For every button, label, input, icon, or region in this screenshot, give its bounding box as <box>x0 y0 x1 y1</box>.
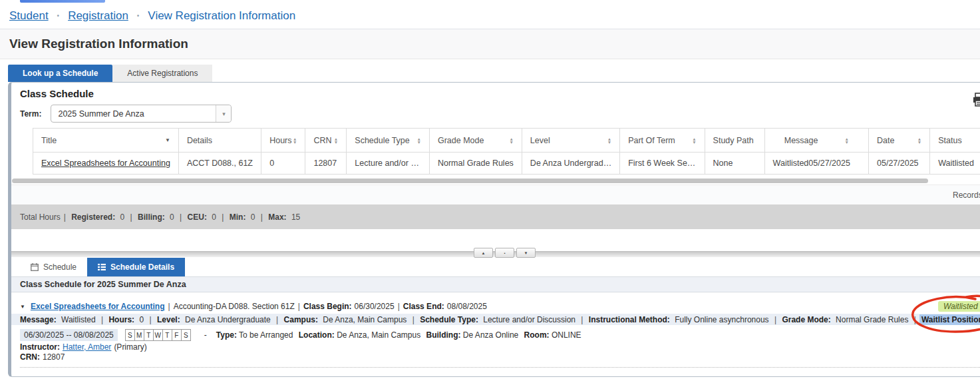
separator: | <box>276 315 278 324</box>
breadcrumb-link[interactable]: Student <box>9 9 49 23</box>
sort-icon <box>917 137 921 144</box>
instructor-suffix: (Primary) <box>114 342 146 352</box>
collapse-arrow-icon[interactable]: ▼ <box>20 304 25 310</box>
crn-value: 12807 <box>43 352 65 362</box>
tab-schedule-label: Schedule <box>43 262 77 272</box>
column-header-label: Status <box>938 136 961 145</box>
schedule-table: Title Details Hours <box>33 128 980 175</box>
top-tabs: Look up a Schedule Active Registrations <box>8 65 212 82</box>
detail-label: Instructional Method: <box>589 315 670 324</box>
meeting-value: To be Arranged <box>239 330 293 340</box>
separator: | <box>261 212 263 222</box>
detail-value: De Anza Undergraduate <box>185 315 271 324</box>
date-range-chip: 06/30/2025 -- 08/08/2025 <box>20 329 118 341</box>
column-header[interactable]: Grade Mode <box>429 129 522 153</box>
detail-label: Schedule Type: <box>420 315 478 324</box>
column-header[interactable]: Title <box>33 129 179 153</box>
column-header[interactable]: Part Of Term <box>620 129 705 153</box>
column-header[interactable]: Level <box>522 129 619 153</box>
sort-icon <box>692 137 696 144</box>
class-schedule-panel: Class Schedule Term: 2025 Summer De Anza… <box>8 82 980 377</box>
separator: | <box>774 315 776 324</box>
resize-drag-icon[interactable]: • <box>495 248 514 258</box>
schedule-subtitle: Class Schedule for 2025 Summer De Anza <box>11 276 980 292</box>
calendar-icon <box>31 263 39 271</box>
column-header[interactable]: Status <box>930 129 980 153</box>
sort-icon <box>293 137 297 144</box>
crn-label: CRN: <box>20 352 40 362</box>
table-cell: Normal Grade Rules <box>429 153 522 175</box>
column-header-label: Schedule Type <box>355 136 409 145</box>
totals-bar: Total Hours | Registered: 0 | Billing: 0… <box>11 204 980 229</box>
separator: | <box>149 315 151 324</box>
table-cell: De Anza Undergrad… <box>522 153 619 175</box>
detail-label: Level: <box>157 315 180 324</box>
separator: | <box>130 212 132 222</box>
table-cell: 0 <box>261 153 305 175</box>
meeting-dash: - <box>204 330 207 340</box>
separator: | <box>298 302 300 311</box>
tab-active-registrations[interactable]: Active Registrations <box>112 65 212 82</box>
separator: | <box>168 302 170 311</box>
sort-icon <box>509 137 513 144</box>
sort-icon <box>607 137 611 144</box>
separator: | <box>180 212 182 222</box>
detail-value: Fully Online asynchronous <box>675 315 768 324</box>
course-info: Accounting-DA D088. Section 61Z <box>174 302 295 311</box>
sort-icon <box>844 137 848 144</box>
detail-value: Lecture and/or Discussion <box>483 315 575 324</box>
printer-icon[interactable] <box>972 93 980 110</box>
table-cell: Waitlisted05/27/2025 <box>764 153 868 175</box>
dropdown-arrow-icon[interactable]: ▾ <box>216 105 231 122</box>
separator: | <box>222 212 224 222</box>
total-value: 0 <box>120 212 125 222</box>
term-select[interactable]: 2025 Summer De Anza ▾ <box>51 105 232 123</box>
breadcrumb: Student • Registration • View Registrati… <box>0 3 980 29</box>
total-label: Max: <box>268 212 286 222</box>
separator: | <box>914 315 916 324</box>
weekday-box: S <box>181 329 191 341</box>
column-header[interactable]: Study Path <box>705 129 764 153</box>
resize-down-icon[interactable]: ▼ <box>516 248 536 258</box>
scrollbar-thumb[interactable] <box>12 179 928 183</box>
column-header[interactable]: Schedule Type <box>347 129 430 153</box>
crn-line: CRN: 12807 <box>11 352 980 362</box>
tab-schedule[interactable]: Schedule <box>20 258 87 276</box>
breadcrumb-link[interactable]: Registration <box>68 9 128 23</box>
list-icon <box>98 263 106 271</box>
class-begin-label: Class Begin: <box>303 302 352 311</box>
course-title-link[interactable]: Excel Spreadsheets for Accounting <box>31 302 165 311</box>
meeting-value: ONLINE <box>552 330 581 340</box>
total-label: Billing: <box>138 212 165 222</box>
page-title: View Registration Information <box>0 37 188 51</box>
column-header-label: Grade Mode <box>438 136 484 145</box>
breadcrumb-link[interactable]: View Registration Information <box>148 9 295 23</box>
separator: | <box>581 315 583 324</box>
weekday-box: W <box>153 329 163 341</box>
tab-schedule-details[interactable]: Schedule Details <box>87 258 185 276</box>
column-header[interactable]: CRN <box>305 129 347 153</box>
weekday-boxes: SMTWTFS <box>126 329 191 341</box>
meeting-line: 06/30/2025 -- 08/08/2025 SMTWTFS - Type:… <box>11 329 980 341</box>
detail-value: 0 <box>139 315 144 324</box>
meeting-label: Type: <box>216 330 237 340</box>
table-cell: Excel Spreadsheets for Accounting <box>33 153 179 175</box>
resize-up-icon[interactable]: ▲ <box>474 248 493 258</box>
column-header[interactable]: Message <box>764 129 868 153</box>
column-header[interactable]: Hours <box>261 129 305 153</box>
class-schedule-heading: Class Schedule <box>20 88 94 99</box>
column-header-label: Hours <box>269 136 291 145</box>
separator: | <box>64 212 66 222</box>
tab-look-up-a-schedule[interactable]: Look up a Schedule <box>8 65 112 82</box>
table-row[interactable]: Excel Spreadsheets for Accounting ACCT D… <box>33 153 980 175</box>
panel-divider: ▲ • ▼ <box>11 251 980 257</box>
instructor-link[interactable]: Hatter, Amber <box>63 342 111 352</box>
column-header[interactable]: Details <box>178 129 261 153</box>
waitlisted-status-badge: Waitlisted <box>938 301 980 312</box>
sort-icon <box>334 137 338 144</box>
sort-icon <box>416 137 420 144</box>
total-value: 15 <box>291 212 300 222</box>
table-header-row: Title Details Hours <box>33 129 980 153</box>
column-header[interactable]: Date <box>869 129 930 153</box>
breadcrumb-separator-icon: • <box>57 12 60 19</box>
